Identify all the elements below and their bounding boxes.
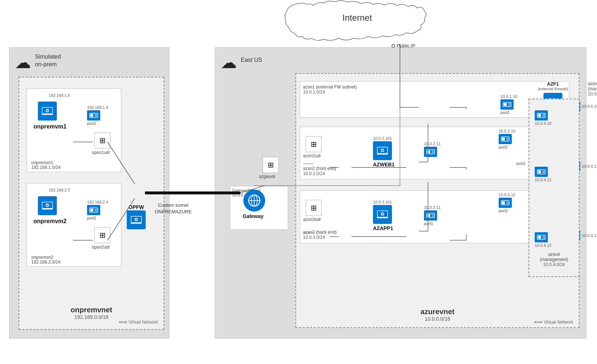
onpremvm1-label: onpremvm1 (34, 123, 67, 130)
onpremsn2-cidr: 192.168.2.0/24 (31, 260, 60, 265)
onpremvm1-icon (38, 102, 57, 120)
onpremsn2-label: onpremsn2 (31, 255, 53, 260)
azf1-port1-nic-area: 10.0.1.10 port1 (500, 94, 517, 115)
tunnel-name: ONPREMAZURE (155, 209, 192, 214)
azf1-port3-ip: 10.0.4.10 (582, 104, 597, 108)
subnet-onprem2: 192.168.2.5 onpremvm2 onpremsn2 192.168.… (27, 183, 121, 267)
azsn2-cidr: 10.0.2.0/24 (303, 171, 325, 176)
nic1-icon (87, 110, 100, 120)
azf1-label: AZF1 (529, 81, 577, 87)
azweb1-icon (373, 141, 392, 160)
nic1-area: 192.168.1.4 port1 (87, 105, 108, 126)
region-onprem: ☁ Simulatedon-prem 192.168.1.5 onpremvm1… (9, 47, 169, 339)
tunnel-label: Custom tunnelONPREMAZURE (155, 202, 192, 215)
azapp1-nic-ip: 10.0.3.11 (424, 205, 441, 210)
port2-label-onprem2: port2 (87, 216, 108, 220)
azf3-port2-nic-icon (499, 198, 512, 208)
nic2-icon (87, 205, 100, 215)
vm2-ip-label: 192.168.2.5 (49, 188, 70, 192)
svg-rect-61 (502, 201, 505, 204)
svg-point-59 (382, 213, 384, 215)
azweb1-nic-icon (424, 147, 437, 157)
azsn2udr-label: azsn2udr (303, 153, 321, 158)
onprem-region-label: Simulatedon-prem (35, 53, 61, 68)
azsn4-nic3 (535, 232, 548, 242)
azsn3-cidr: 10.0.3.0/24 (303, 235, 325, 240)
vm1-ip-label: 192.168.1.5 (49, 93, 70, 98)
vnet-azure-cidr: 10.0.0.0/16 (420, 316, 454, 322)
azweb1-label: AZWEB1 (373, 162, 394, 167)
svg-rect-85 (538, 236, 541, 239)
svg-point-11 (47, 205, 48, 206)
gateway-label: Gateway (243, 213, 264, 219)
azure-region-label: East US (241, 57, 262, 63)
azf2-port2-nic-icon (499, 134, 512, 144)
vnet-onprem: 192.168.1.5 onpremvm1 onpremsn1 192.168.… (19, 77, 164, 330)
opsn1udr-label: opsn1udr (92, 150, 110, 155)
subnet-onprem1: 192.168.1.5 onpremvm1 onpremsn1 192.168.… (27, 88, 121, 172)
azsn4-nic2-ip: 10.0.4.11 (535, 178, 551, 182)
nic2-area: 192.168.2.4 port2 (87, 200, 108, 220)
svg-rect-25 (504, 103, 507, 106)
azsn4-box-desc: (management) (540, 257, 568, 262)
vnet-onprem-type: ⟺ Virtual Network (119, 318, 158, 325)
azsn4-label: azsn4 (588, 81, 597, 86)
nic2-ip: 192.168.2.4 (87, 200, 108, 204)
azf1-port1-ip: 10.0.1.10 (500, 94, 517, 99)
port1-label-onprem1: port1 (87, 121, 108, 126)
opsn1udr-icon: ⊞ (94, 132, 110, 149)
azf2-port1-label: port1 (517, 161, 526, 166)
svg-rect-41 (427, 150, 430, 153)
azf1-port1-nic (500, 99, 514, 110)
azf3-port2-ip-right: 10.0.4.12 (582, 233, 597, 238)
azf3-port2-ip-top: 10.0.4.12 (499, 193, 515, 197)
azsn4-nic1-ip: 10.0.4.10 (535, 121, 551, 126)
azf1-port1-label: port1 (500, 110, 517, 115)
nic1-ip: 192.168.1.4 (87, 105, 108, 110)
azsn4-desc: (management) (588, 86, 597, 91)
azsn1-cidr: 10.0.1.0/24 (303, 90, 325, 95)
azapp1-nic-icon (424, 210, 437, 221)
region-azure: ☁ East US GatewaySubnet 10.0.0.0/28 Gate… (215, 47, 586, 339)
vnet-onprem-cidr: 192.168.0.0/16 (71, 314, 112, 320)
azf2-port2-nic-top: 10.0.2.10 port2 (499, 129, 515, 149)
azsn3-label: azsn3 (back end) (303, 230, 337, 235)
azure-cloud-icon: ☁ (221, 53, 237, 72)
svg-rect-81 (538, 170, 541, 173)
azf1-desc: (external firewall) (529, 87, 577, 91)
diagram-container: Internet Public IP ☁ Simulatedon-prem 19… (0, 0, 597, 364)
azsn4-nic3-area: 10.0.4.12 (535, 232, 551, 248)
azsn2-label: azsn2 (front end) (303, 166, 336, 171)
azf3-port2-label-top: port2 (499, 209, 515, 213)
opsn2udr-icon: ⊞ (94, 227, 110, 243)
svg-point-19 (135, 219, 137, 221)
azf3-port2-nic-top: 10.0.4.12 port2 (499, 193, 515, 213)
azapp1-icon (373, 205, 392, 224)
onprem-cloud-icon: ☁ (15, 53, 31, 72)
vnet-icon-onprem: ⟺ (119, 318, 127, 325)
azweb1-area: 10.0.2.101 AZWEB1 (373, 136, 394, 167)
azsn3udr-icon: ⊞ (306, 200, 322, 216)
azsn4-nic1 (535, 110, 548, 120)
azsn4-nic3-ip: 10.0.4.12 (535, 243, 551, 248)
svg-rect-77 (538, 114, 541, 117)
azsn2udr-icon: ⊞ (306, 136, 322, 152)
onpremsn1-cidr: 192.168.1.0/24 (31, 165, 60, 170)
vnet-azure-type: ⟺ Virtual Network (534, 318, 573, 325)
azsn4-box-labels: azsn4 (management) 10.0.4.0/24 (540, 252, 568, 267)
azsn4-nic2 (535, 167, 548, 177)
azapp1-ip: 10.0.3.101 (373, 200, 393, 204)
onpremvm2-icon (38, 196, 57, 215)
vnet-azure-name: azurevnet (420, 308, 454, 316)
opfw-label: OPFW (129, 204, 144, 210)
azf2-port2-label-top: port2 (499, 145, 515, 149)
onpremvm2-label: onpremvm2 (34, 218, 67, 225)
svg-rect-5 (90, 114, 93, 117)
azsn1-label: azsn1 (external FW subnet) (303, 84, 357, 90)
azf3-port1-label-left: port1 (424, 221, 441, 226)
gateway-icon (243, 190, 265, 211)
azsn4-cidr: 10.0.4.0/24 (588, 91, 597, 96)
svg-rect-45 (502, 138, 505, 141)
opsn2udr-label: opsn2udr (92, 245, 110, 250)
azapp1-area: 10.0.3.101 AZAPP1 (373, 200, 393, 231)
